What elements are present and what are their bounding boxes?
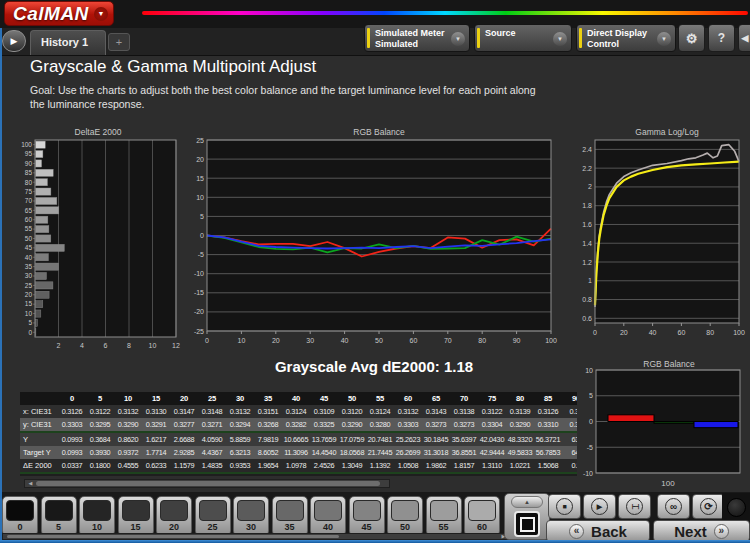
table-cell: 0.3148 (198, 405, 226, 418)
svg-text:100: 100 (545, 337, 557, 344)
measure-continuous-button[interactable]: ∞ (657, 494, 690, 519)
table-cell: 1.0221 (506, 459, 534, 472)
tab-history-1[interactable]: History 1 (30, 30, 106, 55)
collapse-panel-icon[interactable]: ◀ (738, 24, 750, 52)
delta-e-bar-20 (36, 291, 50, 298)
table-cell: 0.3138 (450, 405, 478, 418)
table-cell: 10 (114, 392, 142, 405)
table-cell: 0.3290 (114, 418, 142, 431)
meter-status-led (727, 498, 746, 517)
grayscale-swatch-60[interactable]: 60 (464, 496, 500, 536)
logo-dropdown-icon[interactable]: ▼ (94, 7, 108, 21)
table-cell: 0.4555 (114, 459, 142, 472)
stop-button[interactable]: ■ (548, 494, 581, 519)
grayscale-swatch-10[interactable]: 10 (79, 496, 115, 536)
svg-text:40: 40 (25, 254, 33, 261)
svg-text:70: 70 (444, 337, 452, 344)
svg-text:1.4: 1.4 (582, 240, 592, 247)
table-row: 051015202530354045505560657075808590 (20, 392, 577, 405)
source-dropdown[interactable]: Source ▼ (474, 24, 572, 52)
refresh-button[interactable]: ⟳ (692, 494, 725, 519)
delta-e-bar-60 (36, 216, 48, 223)
grayscale-swatch-35[interactable]: 35 (272, 496, 308, 536)
grayscale-swatch-45[interactable]: 45 (349, 496, 385, 536)
pattern-window-button[interactable] (514, 511, 540, 537)
delta-e-2000-chart: DeltaE 200024681012051015202530354045505… (8, 126, 182, 356)
play-button[interactable]: ▶ (583, 494, 616, 519)
table-scrollbar[interactable]: ◀ (24, 479, 390, 488)
table-scrollbar-thumb[interactable] (36, 481, 380, 486)
page-title: Grayscale & Gamma Multipoint Adjust (30, 57, 316, 77)
app-logo-button[interactable]: CalMAN ▼ (4, 1, 114, 26)
svg-text:-15: -15 (194, 289, 204, 296)
svg-text:80: 80 (478, 337, 486, 344)
expand-panel-icon[interactable]: ▶ (2, 30, 26, 52)
grayscale-swatch-25[interactable]: 25 (195, 496, 231, 536)
svg-text:70: 70 (25, 197, 33, 204)
pattern-scrollbar-thumb[interactable] (7, 535, 339, 538)
rgb-balance-bar-chart: RGB Balance-10-50510100 (577, 358, 749, 492)
app-logo-text: CalMAN (13, 3, 89, 25)
back-button[interactable]: « Back (546, 520, 650, 542)
table-cell: 0.0337 (58, 459, 86, 472)
next-button-label: Next (674, 523, 707, 540)
table-cell: 80 (506, 392, 534, 405)
chevron-down-icon[interactable]: ▼ (553, 32, 567, 46)
next-button[interactable]: Next » (653, 520, 750, 542)
svg-text:1.6: 1.6 (582, 221, 592, 228)
grayscale-swatch-5[interactable]: 5 (41, 496, 77, 536)
swatch-label: 20 (157, 522, 191, 532)
pattern-strip-scrollbar[interactable]: ▶ (2, 533, 510, 540)
table-cell: 0.3132 (226, 405, 254, 418)
pattern-panel-up-icon[interactable]: ▲ (511, 496, 543, 508)
svg-text:40: 40 (649, 329, 657, 336)
grayscale-swatch-30[interactable]: 30 (233, 496, 269, 536)
grayscale-swatch-15[interactable]: 15 (118, 496, 154, 536)
table-cell: 0.1800 (86, 459, 114, 472)
table-cell: 0.3143 (422, 405, 450, 418)
grayscale-swatch-50[interactable]: 50 (387, 496, 423, 536)
table-row: Target Y0.09930.39300.93721.77142.92854.… (20, 446, 577, 459)
svg-text:100: 100 (21, 141, 32, 148)
table-cell: 0.9372 (114, 446, 142, 459)
delta-e-bar-90 (36, 160, 42, 167)
table-cell: 0.3273 (422, 418, 450, 431)
grayscale-swatch-20[interactable]: 20 (156, 496, 192, 536)
play-icon: ▶ (591, 498, 608, 515)
delta-e-bar-75 (36, 188, 51, 195)
display-control-dropdown[interactable]: Direct Display Control ▼ (576, 24, 676, 52)
chevron-down-icon[interactable]: ▼ (657, 32, 671, 46)
meter-dropdown[interactable]: Simulated Meter Simulated ▼ (364, 24, 470, 52)
svg-text:60: 60 (678, 329, 686, 336)
svg-text:0.8: 0.8 (582, 296, 592, 303)
grayscale-swatch-55[interactable]: 55 (426, 496, 462, 536)
table-cell: 0.3310 (534, 418, 562, 431)
gamma-svg: Gamma Log/Log0.60.811.21.41.61.822.22.40… (567, 126, 747, 350)
svg-text:15: 15 (196, 175, 204, 182)
table-cell: 0.3930 (86, 446, 114, 459)
measure-single-button[interactable]: ⊦⊣ (618, 494, 651, 519)
gear-icon[interactable]: ⚙ (678, 24, 705, 52)
chevron-down-icon[interactable]: ▼ (451, 32, 465, 46)
grayscale-swatch-40[interactable]: 40 (310, 496, 346, 536)
pattern-window-panel: ▲ (504, 493, 550, 540)
table-cell: 26.2699 (394, 446, 422, 459)
swatch-patch (83, 500, 111, 521)
delta-e-bar-50 (36, 235, 51, 242)
table-cell: 0.6233 (142, 459, 170, 472)
svg-text:6: 6 (104, 342, 108, 349)
svg-text:8: 8 (127, 342, 131, 349)
scroll-left-icon[interactable]: ◀ (26, 480, 35, 487)
svg-text:60: 60 (25, 216, 33, 223)
svg-text:80: 80 (706, 329, 714, 336)
table-cell: 17.0759 (338, 433, 366, 446)
table-cell: 40 (282, 392, 310, 405)
table-cell: 0.31 (562, 405, 577, 418)
grayscale-swatch-0[interactable]: 0 (2, 496, 38, 536)
add-tab-button[interactable]: + (108, 33, 130, 51)
svg-text:-20: -20 (194, 308, 204, 315)
table-cell: 0.3290 (338, 418, 366, 431)
svg-text:20: 20 (272, 337, 280, 344)
meter-dropdown-line2: Simulated (375, 39, 445, 50)
help-icon[interactable]: ? (708, 24, 735, 52)
